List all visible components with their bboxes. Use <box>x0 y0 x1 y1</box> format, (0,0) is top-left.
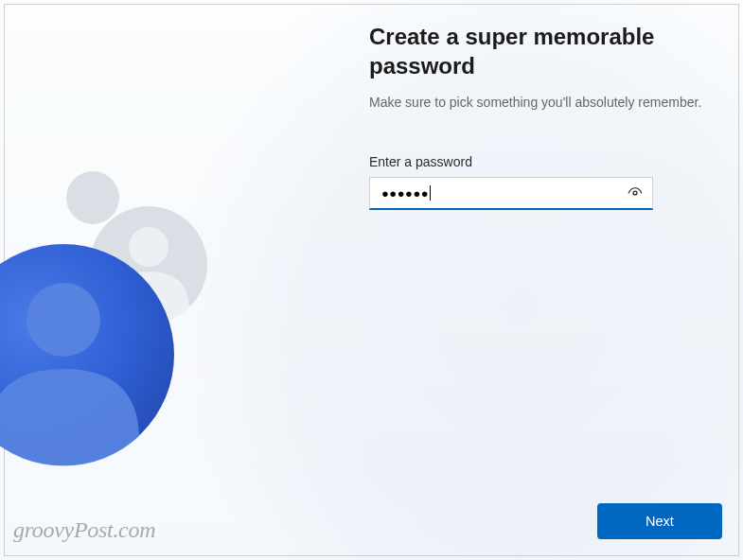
watermark-text: groovyPost.com <box>13 517 155 543</box>
reveal-password-button[interactable] <box>624 182 646 204</box>
eye-icon <box>627 184 644 201</box>
content-area: Create a super memorable password Make s… <box>369 23 705 210</box>
page-subtitle: Make sure to pick something you'll absol… <box>369 94 705 113</box>
password-input[interactable]: ●●●●●● <box>369 177 653 210</box>
password-field-group: Enter a password ●●●●●● <box>369 154 653 210</box>
next-button[interactable]: Next <box>597 503 722 539</box>
text-caret <box>430 185 431 201</box>
password-label: Enter a password <box>369 154 653 169</box>
page-title: Create a super memorable password <box>369 23 705 80</box>
svg-point-5 <box>633 191 637 195</box>
password-masked-value: ●●●●●● <box>381 178 431 208</box>
